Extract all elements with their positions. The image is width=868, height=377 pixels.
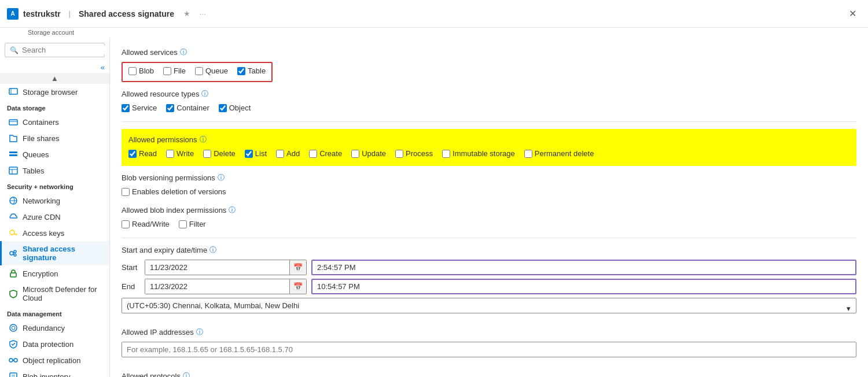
perm-delete[interactable]: Delete [203, 149, 236, 158]
write-checkbox[interactable] [166, 150, 174, 158]
allowed-protocols-info-icon[interactable]: ⓘ [183, 371, 190, 377]
service-checkbox[interactable] [122, 104, 130, 112]
favorite-icon[interactable]: ★ [183, 9, 190, 18]
sidebar-item-data-protection[interactable]: Data protection [0, 336, 109, 352]
container-checkbox[interactable] [166, 104, 174, 112]
blob-versioning-info-icon[interactable]: ⓘ [218, 173, 225, 183]
create-checkbox[interactable] [309, 150, 317, 158]
sidebar-item-shared-access-signature[interactable]: Shared access signature [0, 241, 109, 265]
immutable-label: Immutable storage [453, 149, 515, 158]
filter-checkbox[interactable] [179, 220, 187, 228]
start-date-input[interactable] [145, 260, 289, 275]
search-box[interactable]: 🔍 [5, 43, 105, 57]
permanent-delete-checkbox[interactable] [524, 150, 532, 158]
object-checkbox[interactable] [219, 104, 227, 112]
sidebar-item-tables[interactable]: Tables [0, 162, 109, 179]
timezone-select[interactable]: (UTC+05:30) Chennai, Kolkata, Mumbai, Ne… [122, 298, 856, 313]
immutable-checkbox[interactable] [442, 150, 450, 158]
svg-rect-2 [9, 120, 17, 125]
svg-point-16 [14, 254, 16, 256]
perm-read[interactable]: Read [128, 149, 157, 158]
service-label: Service [132, 104, 157, 112]
allowed-permissions-info-icon[interactable]: ⓘ [200, 135, 207, 145]
sidebar-item-blob-inventory[interactable]: Blob inventory [0, 368, 109, 377]
resource-container[interactable]: Container [166, 104, 209, 112]
start-date-input-group: 📅 [145, 260, 307, 275]
resource-object[interactable]: Object [219, 104, 251, 112]
sidebar-item-storage-browser[interactable]: Storage browser [0, 84, 109, 100]
delete-label: Delete [214, 149, 236, 158]
table-checkbox[interactable] [237, 67, 245, 75]
perm-list[interactable]: List [245, 149, 267, 158]
update-checkbox[interactable] [351, 150, 359, 158]
end-calendar-icon[interactable]: 📅 [289, 279, 306, 294]
sidebar-item-redundancy[interactable]: Redundancy [0, 320, 109, 336]
sidebar-item-defender[interactable]: Microsoft Defender for Cloud [0, 282, 109, 306]
list-checkbox[interactable] [245, 150, 253, 158]
perm-immutable[interactable]: Immutable storage [442, 149, 515, 158]
content-area: Allowed services ⓘ Blob File Queue [110, 38, 868, 377]
svg-point-14 [10, 252, 13, 255]
read-checkbox[interactable] [128, 150, 137, 158]
process-checkbox[interactable] [395, 150, 403, 158]
sidebar-item-encryption[interactable]: Encryption [0, 265, 109, 282]
service-blob[interactable]: Blob [128, 66, 154, 75]
allowed-ip-section: Allowed IP addresses ⓘ [122, 327, 856, 362]
cdn-icon [9, 212, 18, 221]
collapse-button[interactable]: « [0, 62, 109, 73]
blob-checkbox[interactable] [128, 67, 137, 75]
azure-cdn-label: Azure CDN [23, 213, 61, 221]
defender-label: Microsoft Defender for Cloud [23, 285, 102, 302]
perm-update[interactable]: Update [351, 149, 386, 158]
perm-process[interactable]: Process [395, 149, 433, 158]
start-expiry-info-icon[interactable]: ⓘ [209, 245, 216, 255]
allowed-services-info-icon[interactable]: ⓘ [180, 47, 187, 57]
perm-create[interactable]: Create [309, 149, 342, 158]
sidebar-item-azure-cdn[interactable]: Azure CDN [0, 209, 109, 225]
end-date-input[interactable] [145, 279, 289, 294]
sidebar-item-containers[interactable]: Containers [0, 114, 109, 130]
sidebar-item-file-shares[interactable]: File shares [0, 130, 109, 146]
add-checkbox[interactable] [276, 150, 284, 158]
allowed-ip-input[interactable] [122, 342, 856, 357]
blob-inventory-icon [9, 372, 18, 377]
sidebar: 🔍 « ▲ Storage browser Data storage Conta… [0, 38, 110, 377]
readwrite-checkbox[interactable] [122, 220, 130, 228]
close-button[interactable]: ✕ [844, 6, 861, 21]
start-time-input[interactable] [312, 261, 855, 274]
start-date-row: Start 📅 [122, 260, 856, 275]
service-queue[interactable]: Queue [195, 66, 228, 75]
sidebar-item-networking[interactable]: Networking [0, 193, 109, 209]
service-file[interactable]: File [163, 66, 186, 75]
sidebar-item-access-keys[interactable]: Access keys [0, 225, 109, 241]
sidebar-item-queues[interactable]: Queues [0, 146, 109, 162]
permanent-delete-label: Permanent delete [535, 149, 594, 158]
delete-checkbox[interactable] [203, 150, 211, 158]
end-time-input[interactable] [312, 280, 855, 293]
search-input[interactable] [22, 46, 110, 54]
perm-add[interactable]: Add [276, 149, 300, 158]
perm-permanent-delete[interactable]: Permanent delete [524, 149, 594, 158]
more-options-icon[interactable]: ··· [200, 9, 206, 18]
allowed-resource-info-icon[interactable]: ⓘ [201, 89, 208, 99]
start-label: Start [122, 263, 140, 272]
service-table[interactable]: Table [237, 66, 266, 75]
allowed-permissions-section: Allowed permissions ⓘ Read Write Delete [122, 129, 856, 166]
svg-rect-0 [9, 88, 17, 94]
resource-service[interactable]: Service [122, 104, 157, 112]
blob-index-title: Allowed blob index permissions ⓘ [122, 205, 856, 215]
sidebar-item-object-replication[interactable]: Object replication [0, 352, 109, 368]
start-calendar-icon[interactable]: 📅 [289, 260, 306, 275]
blob-versioning-checkbox[interactable] [122, 188, 130, 196]
perm-write[interactable]: Write [166, 149, 194, 158]
blob-index-filter[interactable]: Filter [179, 220, 206, 228]
scroll-up-button[interactable]: ▲ [0, 73, 109, 84]
queue-checkbox[interactable] [195, 67, 203, 75]
blob-index-readwrite[interactable]: Read/Write [122, 220, 170, 228]
allowed-ip-info-icon[interactable]: ⓘ [196, 327, 203, 337]
file-checkbox[interactable] [163, 67, 171, 75]
search-icon: 🔍 [10, 46, 19, 54]
queue-label: Queue [205, 66, 228, 75]
blob-versioning-option[interactable]: Enables deletion of versions [122, 187, 856, 196]
blob-index-info-icon[interactable]: ⓘ [229, 205, 236, 215]
